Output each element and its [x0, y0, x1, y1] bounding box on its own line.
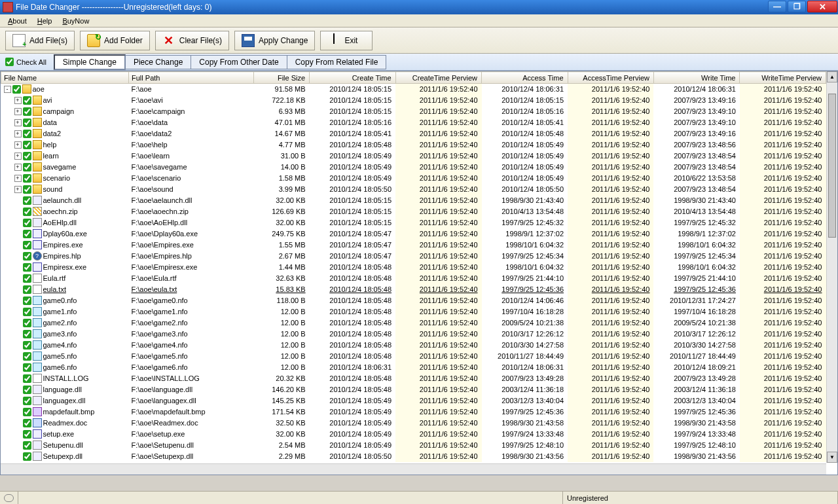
row-checkbox[interactable]	[23, 341, 31, 350]
row-checkbox[interactable]	[23, 241, 31, 249]
row-checkbox[interactable]	[23, 130, 31, 138]
scroll-up-button[interactable]: ▲	[827, 71, 837, 82]
table-row[interactable]: game1.nfoF:\aoe\game1.nfo12.00 B2010/12/…	[1, 306, 826, 317]
row-checkbox[interactable]	[23, 419, 31, 427]
row-checkbox[interactable]	[23, 297, 31, 305]
col-writetime-preview[interactable]: WriteTime Perview	[740, 72, 826, 84]
tab-piece-change[interactable]: Piece Change	[125, 55, 191, 69]
col-filesize[interactable]: File Size	[253, 72, 309, 84]
horizontal-scrollbar[interactable]	[1, 463, 826, 475]
row-checkbox[interactable]	[23, 96, 31, 105]
expand-toggle[interactable]: +	[14, 130, 22, 137]
expand-toggle[interactable]: -	[4, 86, 11, 93]
tab-simple-change[interactable]: Simple Change	[54, 54, 126, 70]
exit-button[interactable]: Exit	[320, 31, 373, 50]
row-checkbox[interactable]	[23, 185, 31, 194]
add-folder-button[interactable]: Add Folder	[80, 31, 150, 50]
row-checkbox[interactable]	[23, 107, 31, 116]
expand-toggle[interactable]: +	[14, 141, 22, 149]
table-row[interactable]: +savegameF:\aoe\savegame14.00 B2010/12/4…	[1, 162, 826, 173]
table-row[interactable]: mapdefault.bmpF:\aoe\mapdefault.bmp171.5…	[1, 406, 826, 418]
table-row[interactable]: aelaunch.dllF:\aoe\aelaunch.dll32.00 KB2…	[1, 195, 826, 206]
vertical-scrollbar[interactable]: ▲ ▼	[826, 71, 837, 463]
col-accesstime-preview[interactable]: AccessTime Perview	[568, 72, 653, 84]
table-row[interactable]: -aoeF:\aoe91.58 MB2010/12/4 18:05:152011…	[1, 84, 826, 95]
row-checkbox[interactable]	[23, 196, 31, 205]
table-row[interactable]: Empiresx.exeF:\aoe\Empiresx.exe1.44 MB20…	[1, 262, 826, 273]
row-checkbox[interactable]	[23, 374, 31, 383]
row-checkbox[interactable]	[23, 163, 31, 171]
tab-copy-related-file[interactable]: Copy From Related File	[287, 55, 387, 69]
table-row[interactable]: +soundF:\aoe\sound3.99 MB2010/12/4 18:05…	[1, 184, 826, 195]
row-checkbox[interactable]	[23, 408, 31, 416]
table-row[interactable]: +aviF:\aoe\avi722.18 KB2010/12/4 18:05:1…	[1, 95, 826, 106]
expand-toggle[interactable]: +	[14, 108, 22, 115]
row-checkbox[interactable]	[23, 252, 31, 261]
row-checkbox[interactable]	[23, 274, 31, 283]
col-fullpath[interactable]: Full Path	[129, 72, 254, 84]
row-checkbox[interactable]	[23, 452, 31, 461]
table-row[interactable]: game3.nfoF:\aoe\game3.nfo12.00 B2010/12/…	[1, 329, 826, 340]
expand-toggle[interactable]: +	[14, 164, 22, 171]
row-checkbox[interactable]	[23, 430, 31, 439]
table-row[interactable]: game6.nfoF:\aoe\game6.nfo12.00 B2010/12/…	[1, 362, 826, 373]
col-filename[interactable]: File Name	[1, 72, 129, 84]
expand-toggle[interactable]: +	[14, 97, 22, 104]
expand-toggle[interactable]: +	[14, 175, 22, 182]
row-checkbox[interactable]	[23, 219, 31, 227]
row-checkbox[interactable]	[23, 363, 31, 372]
table-row[interactable]: aoechn.zipF:\aoe\aoechn.zip126.69 KB2010…	[1, 206, 826, 217]
col-writetime[interactable]: Write Time	[653, 72, 739, 84]
row-checkbox[interactable]	[23, 285, 31, 294]
expand-toggle[interactable]: +	[14, 153, 22, 160]
table-row[interactable]: Empires.exeF:\aoe\Empires.exe1.55 MB2010…	[1, 240, 826, 251]
table-row[interactable]: Readmex.docF:\aoe\Readmex.doc32.50 KB201…	[1, 418, 826, 429]
minimize-button[interactable]: —	[768, 1, 786, 12]
table-row[interactable]: game4.nfoF:\aoe\game4.nfo12.00 B2010/12/…	[1, 340, 826, 351]
table-row[interactable]: +helpF:\aoe\help4.77 MB2010/12/4 18:05:4…	[1, 139, 826, 151]
col-createtime[interactable]: Create Time	[310, 72, 395, 84]
expand-toggle[interactable]: +	[14, 119, 22, 126]
table-row[interactable]: ?Empires.hlpF:\aoe\Empires.hlp2.67 MB201…	[1, 251, 826, 262]
row-checkbox[interactable]	[23, 174, 31, 183]
scroll-down-button[interactable]: ▼	[827, 452, 837, 463]
table-row[interactable]: +dataF:\aoe\data47.01 MB2010/12/4 18:05:…	[1, 117, 826, 128]
scroll-thumb[interactable]	[828, 94, 836, 238]
menu-buynow[interactable]: BuyNow	[57, 16, 94, 26]
table-row[interactable]: languagex.dllF:\aoe\languagex.dll145.25 …	[1, 395, 826, 406]
table-row[interactable]: Dplay60a.exeF:\aoe\Dplay60a.exe249.75 KB…	[1, 228, 826, 240]
expand-toggle[interactable]: +	[14, 186, 22, 193]
table-row[interactable]: +campaignF:\aoe\campaign6.93 MB2010/12/4…	[1, 106, 826, 117]
row-checkbox[interactable]	[23, 319, 31, 327]
table-row[interactable]: game0.nfoF:\aoe\game0.nfo118.00 B2010/12…	[1, 295, 826, 306]
add-files-button[interactable]: Add File(s)	[5, 31, 75, 50]
maximize-button[interactable]: ❐	[788, 1, 806, 12]
table-row[interactable]: game2.nfoF:\aoe\game2.nfo12.00 B2010/12/…	[1, 317, 826, 329]
row-checkbox[interactable]	[23, 330, 31, 338]
tab-copy-other-date[interactable]: Copy From Other Date	[191, 55, 287, 69]
table-row[interactable]: AoEHlp.dllF:\aoe\AoEHlp.dll32.00 KB2010/…	[1, 217, 826, 228]
table-row[interactable]: language.dllF:\aoe\language.dll146.20 KB…	[1, 384, 826, 395]
table-row[interactable]: Setupenu.dllF:\aoe\Setupenu.dll2.54 MB20…	[1, 440, 826, 451]
apply-change-button[interactable]: Apply Change	[234, 31, 315, 50]
menu-help[interactable]: Help	[32, 16, 58, 26]
row-checkbox[interactable]	[23, 230, 31, 238]
row-checkbox[interactable]	[23, 118, 31, 127]
row-checkbox[interactable]	[23, 141, 31, 149]
row-checkbox[interactable]	[23, 397, 31, 405]
table-row[interactable]: INSTALL.LOGF:\aoe\INSTALL.LOG20.32 KB201…	[1, 373, 826, 384]
check-all-checkbox[interactable]	[5, 58, 14, 66]
table-row[interactable]: +learnF:\aoe\learn31.00 B2010/12/4 18:05…	[1, 151, 826, 162]
check-all[interactable]: Check All	[5, 58, 54, 66]
row-checkbox[interactable]	[12, 85, 21, 94]
row-checkbox[interactable]	[23, 352, 31, 361]
clear-files-button[interactable]: ✕Clear File(s)	[155, 31, 229, 50]
row-checkbox[interactable]	[23, 386, 31, 394]
col-createtime-preview[interactable]: CreateTime Perview	[395, 72, 481, 84]
table-row[interactable]: +scenarioF:\aoe\scenario1.58 MB2010/12/4…	[1, 173, 826, 184]
table-row[interactable]: Eula.rtfF:\aoe\Eula.rtf32.63 KB2010/12/4…	[1, 273, 826, 284]
table-row[interactable]: eula.txtF:\aoe\eula.txt15.83 KB2010/12/4…	[1, 284, 826, 295]
row-checkbox[interactable]	[23, 441, 31, 450]
table-row[interactable]: setup.exeF:\aoe\setup.exe32.00 KB2010/12…	[1, 429, 826, 440]
row-checkbox[interactable]	[23, 308, 31, 316]
